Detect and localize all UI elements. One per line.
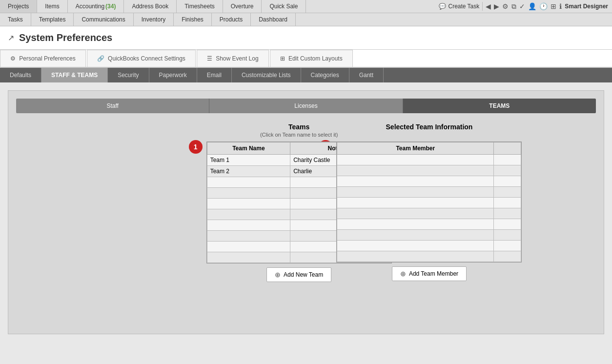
nav-quick-sale[interactable]: Quick Sale bbox=[262, 0, 306, 13]
nav-items[interactable]: Items bbox=[37, 0, 67, 13]
nav-templates[interactable]: Templates bbox=[31, 13, 74, 26]
table-row bbox=[337, 187, 521, 198]
table-row bbox=[337, 241, 521, 251]
col-member-note bbox=[494, 142, 521, 155]
settings-icon[interactable]: ⚙ bbox=[502, 2, 509, 10]
teams-layout: 1 Teams (Click on Team name to select it… bbox=[16, 123, 596, 282]
table-row bbox=[337, 251, 521, 262]
tab-personal-prefs[interactable]: ⚙ Personal Preferences bbox=[0, 50, 86, 67]
plus-icon: ⊕ bbox=[275, 271, 281, 279]
arrow-right-icon[interactable]: ▶ bbox=[494, 2, 499, 10]
col-team-member: Team Member bbox=[337, 142, 494, 155]
secondary-tabs: Defaults STAFF & TEAMS Security Paperwor… bbox=[0, 68, 612, 82]
clock-icon[interactable]: 🕐 bbox=[539, 2, 548, 10]
inner-panel: Staff Licenses TEAMS 1 Teams (Click on T… bbox=[8, 90, 604, 334]
tab-staff-teams[interactable]: STAFF & TEAMS bbox=[41, 68, 108, 82]
subtab-licenses[interactable]: Licenses bbox=[209, 99, 403, 113]
tab-defaults[interactable]: Defaults bbox=[0, 68, 41, 82]
table-row bbox=[337, 176, 521, 187]
plus-icon-member: ⊕ bbox=[400, 270, 406, 278]
nav-finishes[interactable]: Finishes bbox=[174, 13, 212, 26]
selected-table-wrapper: Team Member bbox=[336, 142, 522, 263]
tab-categories[interactable]: Categories bbox=[301, 68, 349, 82]
nav-accounting[interactable]: Accounting(34) bbox=[68, 0, 124, 13]
add-member-btn-row: ⊕ Add Team Member bbox=[336, 266, 522, 281]
tab-paperwork[interactable]: Paperwork bbox=[149, 68, 197, 82]
content-area: Staff Licenses TEAMS 1 Teams (Click on T… bbox=[0, 82, 612, 342]
selected-table-scroll[interactable]: Team Member bbox=[337, 142, 521, 262]
tab-gantt[interactable]: Gantt bbox=[349, 68, 384, 82]
grid-icon[interactable]: ⊞ bbox=[551, 2, 556, 10]
nav-timesheets[interactable]: Timesheets bbox=[177, 0, 223, 13]
tab-quickbooks[interactable]: 🔗 QuickBooks Connect Settings bbox=[87, 50, 196, 67]
tab-customizable-lists[interactable]: Customizable Lists bbox=[232, 68, 301, 82]
arrow-left-icon[interactable]: ◀ bbox=[486, 2, 491, 10]
nav-products[interactable]: Products bbox=[212, 13, 251, 26]
link-icon: 🔗 bbox=[97, 55, 104, 62]
subtab-staff[interactable]: Staff bbox=[16, 99, 209, 113]
table-row bbox=[337, 219, 521, 230]
external-link-icon[interactable]: ↗ bbox=[8, 33, 14, 42]
create-task-button[interactable]: 💬 Create Task bbox=[439, 3, 479, 10]
nav-projects[interactable]: Projects bbox=[0, 0, 37, 13]
selected-title: Selected Team Information bbox=[336, 123, 522, 131]
page-title: System Preferences bbox=[19, 32, 112, 43]
team-name-1[interactable]: Team 1 bbox=[207, 155, 290, 166]
step-badge-1: 1 bbox=[189, 140, 203, 154]
table-row bbox=[337, 208, 521, 219]
table-row bbox=[337, 155, 521, 165]
page-header: ↗ System Preferences bbox=[0, 26, 612, 50]
grid-icon: ⊞ bbox=[280, 55, 285, 62]
info-icon[interactable]: ℹ bbox=[559, 2, 562, 10]
nav-communications[interactable]: Communications bbox=[74, 13, 133, 26]
gear-icon: ⚙ bbox=[10, 55, 16, 62]
tab-custom-layouts[interactable]: ⊞ Edit Custom Layouts bbox=[270, 50, 353, 67]
team-name-2[interactable]: Team 2 bbox=[207, 166, 290, 177]
nav-tasks[interactable]: Tasks bbox=[0, 13, 31, 26]
copy-icon[interactable]: ⧉ bbox=[511, 2, 516, 11]
smart-designer-label: Smart Designer bbox=[565, 3, 608, 10]
tab-email[interactable]: Email bbox=[197, 68, 232, 82]
main-tabs: ⚙ Personal Preferences 🔗 QuickBooks Conn… bbox=[0, 50, 612, 68]
selected-panel: Selected Team Information Team Member bbox=[336, 123, 522, 281]
selected-table: Team Member bbox=[337, 142, 521, 262]
chat-icon: 💬 bbox=[439, 3, 446, 10]
nav-address-book[interactable]: Address Book bbox=[124, 0, 177, 13]
table-row bbox=[337, 198, 521, 208]
tab-security[interactable]: Security bbox=[108, 68, 149, 82]
tab-event-log[interactable]: ☰ Show Event Log bbox=[197, 50, 269, 67]
list-icon: ☰ bbox=[207, 55, 212, 62]
user-icon[interactable]: 👤 bbox=[528, 2, 536, 10]
check-icon[interactable]: ✓ bbox=[519, 2, 525, 10]
teams-panel-wrapper: 1 Teams (Click on Team name to select it… bbox=[189, 123, 305, 282]
col-team-name: Team Name bbox=[207, 142, 290, 155]
selected-subtitle bbox=[336, 132, 522, 138]
table-row bbox=[337, 165, 521, 176]
add-team-member-button[interactable]: ⊕ Add Team Member bbox=[392, 266, 467, 281]
nav-dashboard[interactable]: Dashboard bbox=[251, 13, 296, 26]
table-row bbox=[337, 230, 521, 241]
subtab-teams[interactable]: TEAMS bbox=[403, 99, 596, 113]
sub-tabs: Staff Licenses TEAMS bbox=[16, 99, 596, 113]
nav-overture[interactable]: Overture bbox=[223, 0, 262, 13]
nav-inventory[interactable]: Inventory bbox=[134, 13, 174, 26]
